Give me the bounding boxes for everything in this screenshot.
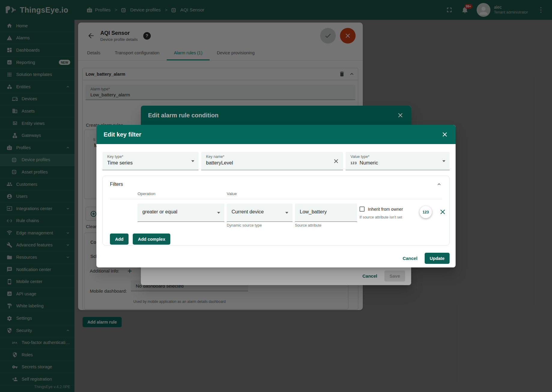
source-attribute-input[interactable]: Low_battery <box>295 204 357 222</box>
source-attribute-value: Low_battery <box>300 209 352 215</box>
checkbox-icon <box>359 207 365 212</box>
key-type-label: Key type* <box>107 155 194 159</box>
chevron-down-icon <box>442 160 445 162</box>
add-complex-filter-button[interactable]: Add complex <box>133 234 170 245</box>
key-name-label: Key name* <box>206 155 338 159</box>
chevron-down-icon <box>217 212 220 214</box>
value-type-label: Value type* <box>350 155 445 159</box>
inherit-hint: If source attribute isn't set <box>359 215 417 219</box>
dynamic-source-type-value: Current device <box>232 209 288 215</box>
key-filter-update-button[interactable]: Update <box>425 253 450 264</box>
dynamic-source-type-hint: Dynamic source type <box>227 223 293 228</box>
edit-key-filter-dialog: Edit key filter Key type* Time series Ke… <box>96 125 456 267</box>
filters-section: Filters Operation Value greater or equal <box>102 176 450 246</box>
remove-filter-icon[interactable] <box>439 208 447 216</box>
operation-select[interactable]: greater or equal <box>138 204 224 222</box>
filters-title: Filters <box>110 182 123 187</box>
chevron-down-icon <box>285 212 288 214</box>
operation-column-header: Operation <box>138 191 224 196</box>
filter-row: greater or equal Current device Dynamic … <box>110 204 442 228</box>
add-filter-button[interactable]: Add <box>110 234 129 245</box>
key-type-value: Time series <box>107 160 194 166</box>
operation-value: greater or equal <box>142 209 220 215</box>
inherit-from-owner-checkbox[interactable]: Inherit from owner <box>359 207 417 212</box>
inherit-from-owner-label: Inherit from owner <box>368 207 403 212</box>
app-window: ThingsEye.io Profiles>DDevice profiles>D… <box>0 0 552 392</box>
clear-key-name-icon[interactable] <box>333 158 339 164</box>
source-attribute-hint: Source attribute <box>295 223 357 228</box>
key-filter-cancel-button[interactable]: Cancel <box>400 253 420 263</box>
chevron-down-icon <box>191 160 194 162</box>
filter-value-type-button[interactable]: 123 <box>420 206 432 218</box>
numeric-type-icon: 123 <box>350 161 357 165</box>
dynamic-source-type-select[interactable]: Current device <box>227 204 293 222</box>
collapse-filters-icon[interactable] <box>436 181 442 187</box>
value-type-select[interactable]: Value type* 123 Numeric <box>346 152 450 170</box>
key-type-select[interactable]: Key type* Time series <box>102 152 199 170</box>
key-name-input[interactable]: Key name* batteryLevel <box>201 152 343 170</box>
value-column-header: Value <box>227 191 293 196</box>
value-type-value: Numeric <box>359 160 378 166</box>
key-filter-dialog-title: Edit key filter <box>104 131 141 138</box>
key-filter-close-icon[interactable] <box>441 131 448 138</box>
key-name-value: batteryLevel <box>206 160 338 166</box>
